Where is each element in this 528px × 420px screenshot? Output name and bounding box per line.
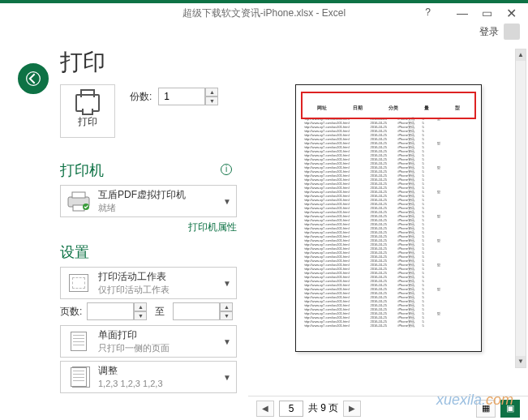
info-icon[interactable]: i bbox=[221, 164, 232, 175]
page-from-input[interactable] bbox=[87, 302, 134, 320]
scroll-up-icon[interactable]: ▲ bbox=[516, 49, 526, 61]
page-to-up[interactable]: ▲ bbox=[220, 302, 233, 311]
pages-label: 页数: bbox=[60, 305, 82, 319]
title-bar: 超级下载软文资讯-iPhone.xlsx - Excel ? — ▭ ✕ bbox=[0, 0, 528, 23]
preview-navbar: ◀ 共 9 页 ▶ ▦ ▣ bbox=[248, 396, 528, 420]
file-title: 超级下载软文资讯-iPhone.xlsx - Excel bbox=[182, 6, 346, 20]
chevron-down-icon: ▼ bbox=[223, 337, 231, 346]
help-icon[interactable]: ? bbox=[425, 6, 431, 18]
chevron-down-icon: ▼ bbox=[223, 373, 231, 382]
page-from-down[interactable]: ▼ bbox=[134, 311, 147, 320]
highlight-box bbox=[301, 92, 476, 119]
copies-input[interactable] bbox=[158, 88, 205, 105]
svg-rect-3 bbox=[73, 205, 84, 211]
zoom-to-page-button[interactable]: ▣ bbox=[500, 400, 520, 418]
print-button-label: 打印 bbox=[78, 115, 97, 129]
close-button[interactable]: ✕ bbox=[500, 5, 522, 21]
svg-point-4 bbox=[83, 204, 89, 210]
collate-dropdown[interactable]: 调整 1,2,3 1,2,3 1,2,3 ▼ bbox=[60, 361, 237, 393]
preview-pane: ▲ ▼ 网址日期分类量型 http://www.xy7.com/ios101.h… bbox=[248, 41, 528, 420]
page-total: 共 9 页 bbox=[308, 401, 338, 415]
worksheet-icon bbox=[69, 274, 88, 292]
svg-rect-2 bbox=[72, 192, 85, 198]
printer-dropdown[interactable]: 互盾PDF虚拟打印机 就绪 ▼ bbox=[60, 185, 237, 217]
print-panel: 打印 打印 份数: ▲ ▼ 打印机 i bbox=[21, 41, 248, 420]
page-number-input[interactable] bbox=[279, 401, 303, 417]
show-margins-button[interactable]: ▦ bbox=[476, 400, 496, 418]
minimize-button[interactable]: — bbox=[452, 5, 473, 21]
collate-icon bbox=[71, 367, 87, 387]
preview-scrollbar[interactable]: ▲ ▼ bbox=[515, 49, 526, 368]
copies-label: 份数: bbox=[130, 90, 152, 104]
next-page-button[interactable]: ▶ bbox=[343, 401, 361, 417]
prev-page-button[interactable]: ◀ bbox=[256, 401, 274, 417]
restore-button[interactable]: ▭ bbox=[476, 5, 497, 21]
page-from-up[interactable]: ▲ bbox=[134, 302, 147, 311]
single-page-icon bbox=[71, 332, 87, 351]
page-to-input[interactable] bbox=[173, 302, 220, 320]
section-printer: 打印机 i bbox=[60, 161, 237, 180]
printer-icon bbox=[75, 94, 100, 112]
section-settings: 设置 bbox=[60, 242, 237, 262]
page-title: 打印 bbox=[60, 47, 237, 78]
print-button[interactable]: 打印 bbox=[60, 84, 115, 138]
page-to-down[interactable]: ▼ bbox=[220, 311, 233, 320]
copies-up[interactable]: ▲ bbox=[205, 88, 218, 96]
printer-properties-link[interactable]: 打印机属性 bbox=[188, 221, 237, 233]
scroll-down-icon[interactable]: ▼ bbox=[516, 356, 526, 367]
login-link[interactable]: 登录 bbox=[479, 25, 499, 39]
printer-status: 就绪 bbox=[98, 202, 217, 213]
avatar[interactable] bbox=[504, 24, 520, 40]
printer-name: 互盾PDF虚拟打印机 bbox=[98, 189, 217, 202]
copies-down[interactable]: ▼ bbox=[205, 96, 218, 105]
printer-device-icon bbox=[66, 190, 92, 212]
sides-dropdown[interactable]: 单面打印 只打印一侧的页面 ▼ bbox=[60, 325, 237, 358]
chevron-down-icon: ▼ bbox=[223, 197, 231, 206]
chevron-down-icon: ▼ bbox=[223, 279, 231, 288]
print-what-dropdown[interactable]: 打印活动工作表 仅打印活动工作表 ▼ bbox=[60, 267, 237, 299]
page-preview: 网址日期分类量型 http://www.xy7.com/ios101.html2… bbox=[295, 84, 482, 352]
to-label: 至 bbox=[152, 305, 168, 319]
